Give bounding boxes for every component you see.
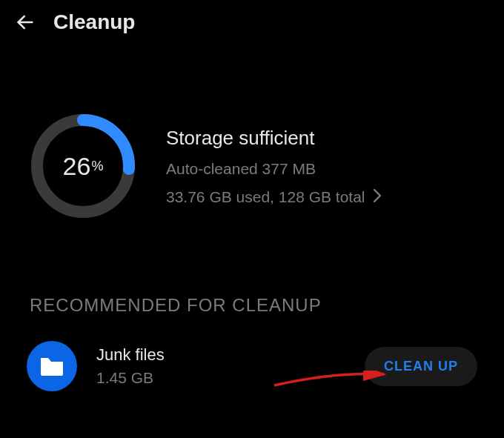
item-size: 1.45 GB bbox=[96, 369, 165, 387]
cleanup-button[interactable]: CLEAN UP bbox=[365, 347, 477, 386]
storage-info: Storage sufficient Auto-cleaned 377 MB 3… bbox=[166, 127, 382, 206]
storage-panel: 26 % Storage sufficient Auto-cleaned 377… bbox=[0, 110, 504, 222]
recommended-heading: RECOMMENDED FOR CLEANUP bbox=[0, 295, 504, 316]
list-item: Junk files 1.45 GB CLEAN UP bbox=[0, 341, 504, 391]
storage-usage-line: 33.76 GB used, 128 GB total bbox=[166, 188, 365, 206]
storage-status: Storage sufficient bbox=[166, 127, 382, 150]
storage-detail-row[interactable]: 33.76 GB used, 128 GB total bbox=[166, 188, 382, 206]
chevron-right-icon bbox=[373, 188, 382, 206]
topbar: Cleanup bbox=[0, 0, 504, 44]
donut-center-label: 26 % bbox=[27, 110, 139, 222]
page-title: Cleanup bbox=[53, 10, 135, 34]
percent-value: 26 bbox=[63, 152, 91, 181]
percent-symbol: % bbox=[91, 159, 103, 174]
storage-auto-cleaned: Auto-cleaned 377 MB bbox=[166, 160, 382, 178]
back-button[interactable] bbox=[13, 10, 37, 34]
item-name: Junk files bbox=[96, 345, 165, 365]
folder-icon bbox=[27, 341, 77, 391]
arrow-left-icon bbox=[15, 12, 36, 33]
storage-donut-chart: 26 % bbox=[27, 110, 139, 222]
item-text: Junk files 1.45 GB bbox=[96, 345, 165, 387]
